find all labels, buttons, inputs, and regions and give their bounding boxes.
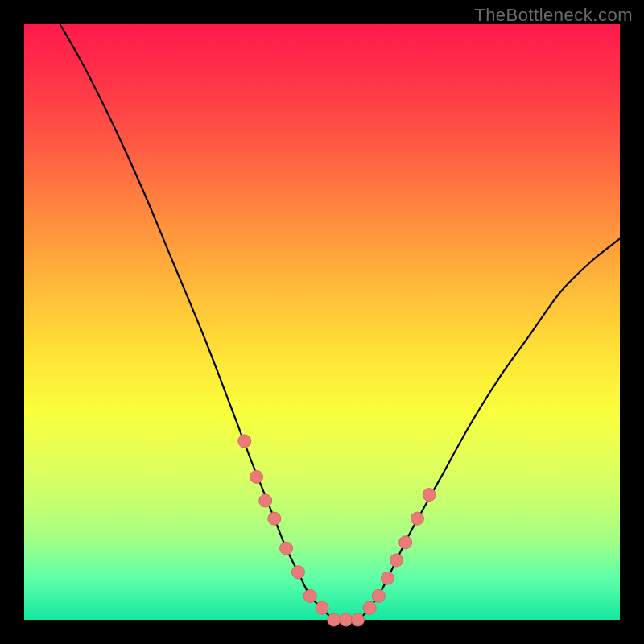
data-marker: [390, 554, 403, 567]
data-marker: [328, 613, 341, 626]
plot-area: [24, 24, 620, 620]
data-marker: [372, 589, 385, 602]
data-marker: [238, 435, 251, 448]
data-marker: [351, 613, 364, 626]
bottleneck-curve: [60, 24, 620, 621]
data-marker: [268, 512, 281, 525]
data-marker: [303, 589, 316, 602]
data-marker: [259, 494, 272, 507]
chart-frame: TheBottleneck.com: [0, 0, 644, 644]
data-marker: [316, 601, 328, 614]
marker-group: [238, 435, 436, 626]
data-marker: [423, 489, 436, 502]
data-marker: [381, 572, 394, 584]
data-marker: [399, 536, 412, 549]
data-marker: [291, 566, 304, 579]
data-marker: [280, 542, 293, 555]
data-marker: [250, 470, 263, 483]
data-marker: [340, 613, 353, 626]
data-marker: [363, 601, 376, 614]
curve-svg: [24, 24, 620, 620]
watermark-text: TheBottleneck.com: [474, 5, 633, 26]
data-marker: [411, 512, 423, 525]
